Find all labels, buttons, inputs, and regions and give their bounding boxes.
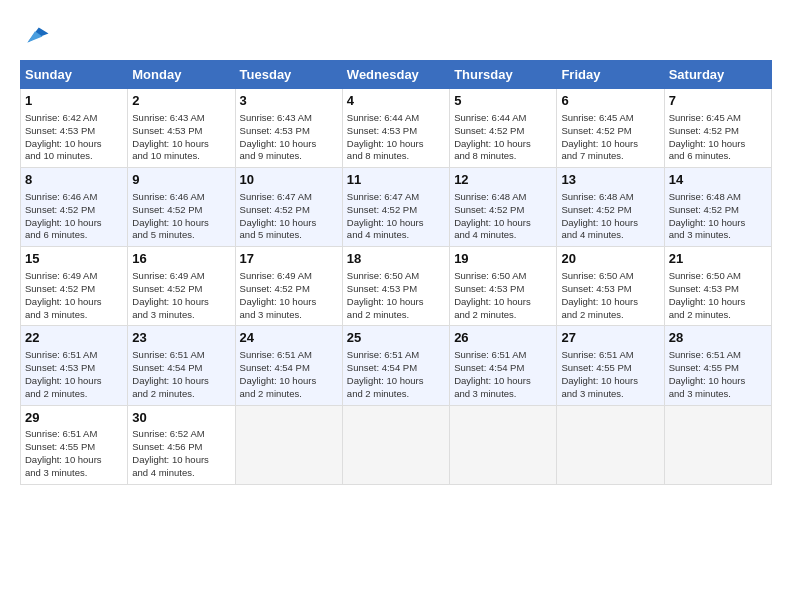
calendar-cell: 15Sunrise: 6:49 AM Sunset: 4:52 PM Dayli…	[21, 247, 128, 326]
day-number: 22	[25, 330, 123, 347]
calendar-cell: 28Sunrise: 6:51 AM Sunset: 4:55 PM Dayli…	[664, 326, 771, 405]
day-number: 13	[561, 172, 659, 189]
day-number: 28	[669, 330, 767, 347]
day-info: Sunrise: 6:48 AM Sunset: 4:52 PM Dayligh…	[669, 191, 767, 242]
calendar-cell: 18Sunrise: 6:50 AM Sunset: 4:53 PM Dayli…	[342, 247, 449, 326]
calendar-cell: 20Sunrise: 6:50 AM Sunset: 4:53 PM Dayli…	[557, 247, 664, 326]
day-number: 14	[669, 172, 767, 189]
day-number: 12	[454, 172, 552, 189]
day-info: Sunrise: 6:50 AM Sunset: 4:53 PM Dayligh…	[669, 270, 767, 321]
calendar-cell: 26Sunrise: 6:51 AM Sunset: 4:54 PM Dayli…	[450, 326, 557, 405]
calendar-cell: 25Sunrise: 6:51 AM Sunset: 4:54 PM Dayli…	[342, 326, 449, 405]
calendar-table: SundayMondayTuesdayWednesdayThursdayFrid…	[20, 60, 772, 485]
day-info: Sunrise: 6:51 AM Sunset: 4:55 PM Dayligh…	[25, 428, 123, 479]
calendar-cell: 13Sunrise: 6:48 AM Sunset: 4:52 PM Dayli…	[557, 168, 664, 247]
logo	[20, 20, 54, 50]
calendar-cell: 10Sunrise: 6:47 AM Sunset: 4:52 PM Dayli…	[235, 168, 342, 247]
col-header-friday: Friday	[557, 61, 664, 89]
calendar-cell: 2Sunrise: 6:43 AM Sunset: 4:53 PM Daylig…	[128, 89, 235, 168]
day-info: Sunrise: 6:48 AM Sunset: 4:52 PM Dayligh…	[561, 191, 659, 242]
day-info: Sunrise: 6:47 AM Sunset: 4:52 PM Dayligh…	[347, 191, 445, 242]
day-info: Sunrise: 6:49 AM Sunset: 4:52 PM Dayligh…	[240, 270, 338, 321]
day-number: 9	[132, 172, 230, 189]
day-number: 29	[25, 410, 123, 427]
day-number: 1	[25, 93, 123, 110]
calendar-week-row: 15Sunrise: 6:49 AM Sunset: 4:52 PM Dayli…	[21, 247, 772, 326]
col-header-thursday: Thursday	[450, 61, 557, 89]
calendar-week-row: 1Sunrise: 6:42 AM Sunset: 4:53 PM Daylig…	[21, 89, 772, 168]
day-number: 16	[132, 251, 230, 268]
day-number: 26	[454, 330, 552, 347]
day-info: Sunrise: 6:44 AM Sunset: 4:53 PM Dayligh…	[347, 112, 445, 163]
calendar-week-row: 29Sunrise: 6:51 AM Sunset: 4:55 PM Dayli…	[21, 405, 772, 484]
day-number: 8	[25, 172, 123, 189]
day-info: Sunrise: 6:51 AM Sunset: 4:53 PM Dayligh…	[25, 349, 123, 400]
calendar-cell: 29Sunrise: 6:51 AM Sunset: 4:55 PM Dayli…	[21, 405, 128, 484]
calendar-week-row: 8Sunrise: 6:46 AM Sunset: 4:52 PM Daylig…	[21, 168, 772, 247]
day-number: 10	[240, 172, 338, 189]
day-info: Sunrise: 6:46 AM Sunset: 4:52 PM Dayligh…	[25, 191, 123, 242]
col-header-sunday: Sunday	[21, 61, 128, 89]
day-number: 25	[347, 330, 445, 347]
day-number: 24	[240, 330, 338, 347]
calendar-cell	[342, 405, 449, 484]
calendar-cell: 17Sunrise: 6:49 AM Sunset: 4:52 PM Dayli…	[235, 247, 342, 326]
calendar-cell: 1Sunrise: 6:42 AM Sunset: 4:53 PM Daylig…	[21, 89, 128, 168]
calendar-cell: 16Sunrise: 6:49 AM Sunset: 4:52 PM Dayli…	[128, 247, 235, 326]
calendar-cell: 4Sunrise: 6:44 AM Sunset: 4:53 PM Daylig…	[342, 89, 449, 168]
day-info: Sunrise: 6:44 AM Sunset: 4:52 PM Dayligh…	[454, 112, 552, 163]
calendar-cell: 7Sunrise: 6:45 AM Sunset: 4:52 PM Daylig…	[664, 89, 771, 168]
calendar-header-row: SundayMondayTuesdayWednesdayThursdayFrid…	[21, 61, 772, 89]
calendar-cell: 6Sunrise: 6:45 AM Sunset: 4:52 PM Daylig…	[557, 89, 664, 168]
col-header-monday: Monday	[128, 61, 235, 89]
calendar-cell	[557, 405, 664, 484]
day-number: 18	[347, 251, 445, 268]
calendar-cell: 24Sunrise: 6:51 AM Sunset: 4:54 PM Dayli…	[235, 326, 342, 405]
header	[20, 20, 772, 50]
day-info: Sunrise: 6:43 AM Sunset: 4:53 PM Dayligh…	[132, 112, 230, 163]
calendar-cell: 14Sunrise: 6:48 AM Sunset: 4:52 PM Dayli…	[664, 168, 771, 247]
day-info: Sunrise: 6:51 AM Sunset: 4:54 PM Dayligh…	[347, 349, 445, 400]
col-header-tuesday: Tuesday	[235, 61, 342, 89]
day-info: Sunrise: 6:48 AM Sunset: 4:52 PM Dayligh…	[454, 191, 552, 242]
day-number: 19	[454, 251, 552, 268]
day-number: 27	[561, 330, 659, 347]
calendar-cell: 9Sunrise: 6:46 AM Sunset: 4:52 PM Daylig…	[128, 168, 235, 247]
calendar-cell	[235, 405, 342, 484]
calendar-cell: 27Sunrise: 6:51 AM Sunset: 4:55 PM Dayli…	[557, 326, 664, 405]
calendar-cell: 21Sunrise: 6:50 AM Sunset: 4:53 PM Dayli…	[664, 247, 771, 326]
day-info: Sunrise: 6:49 AM Sunset: 4:52 PM Dayligh…	[132, 270, 230, 321]
calendar-cell: 30Sunrise: 6:52 AM Sunset: 4:56 PM Dayli…	[128, 405, 235, 484]
day-number: 3	[240, 93, 338, 110]
day-info: Sunrise: 6:51 AM Sunset: 4:54 PM Dayligh…	[454, 349, 552, 400]
day-number: 17	[240, 251, 338, 268]
day-info: Sunrise: 6:51 AM Sunset: 4:55 PM Dayligh…	[561, 349, 659, 400]
calendar-cell: 3Sunrise: 6:43 AM Sunset: 4:53 PM Daylig…	[235, 89, 342, 168]
day-number: 20	[561, 251, 659, 268]
day-number: 23	[132, 330, 230, 347]
calendar-cell	[664, 405, 771, 484]
day-info: Sunrise: 6:46 AM Sunset: 4:52 PM Dayligh…	[132, 191, 230, 242]
col-header-saturday: Saturday	[664, 61, 771, 89]
calendar-cell: 22Sunrise: 6:51 AM Sunset: 4:53 PM Dayli…	[21, 326, 128, 405]
day-info: Sunrise: 6:51 AM Sunset: 4:54 PM Dayligh…	[240, 349, 338, 400]
day-number: 7	[669, 93, 767, 110]
day-number: 4	[347, 93, 445, 110]
calendar-cell: 11Sunrise: 6:47 AM Sunset: 4:52 PM Dayli…	[342, 168, 449, 247]
calendar-cell: 8Sunrise: 6:46 AM Sunset: 4:52 PM Daylig…	[21, 168, 128, 247]
calendar-cell: 19Sunrise: 6:50 AM Sunset: 4:53 PM Dayli…	[450, 247, 557, 326]
calendar-cell: 12Sunrise: 6:48 AM Sunset: 4:52 PM Dayli…	[450, 168, 557, 247]
day-number: 5	[454, 93, 552, 110]
day-number: 2	[132, 93, 230, 110]
day-info: Sunrise: 6:42 AM Sunset: 4:53 PM Dayligh…	[25, 112, 123, 163]
logo-icon	[20, 20, 50, 50]
calendar-week-row: 22Sunrise: 6:51 AM Sunset: 4:53 PM Dayli…	[21, 326, 772, 405]
day-info: Sunrise: 6:50 AM Sunset: 4:53 PM Dayligh…	[561, 270, 659, 321]
day-info: Sunrise: 6:51 AM Sunset: 4:54 PM Dayligh…	[132, 349, 230, 400]
day-info: Sunrise: 6:52 AM Sunset: 4:56 PM Dayligh…	[132, 428, 230, 479]
col-header-wednesday: Wednesday	[342, 61, 449, 89]
day-number: 6	[561, 93, 659, 110]
day-info: Sunrise: 6:50 AM Sunset: 4:53 PM Dayligh…	[347, 270, 445, 321]
day-info: Sunrise: 6:43 AM Sunset: 4:53 PM Dayligh…	[240, 112, 338, 163]
day-number: 15	[25, 251, 123, 268]
